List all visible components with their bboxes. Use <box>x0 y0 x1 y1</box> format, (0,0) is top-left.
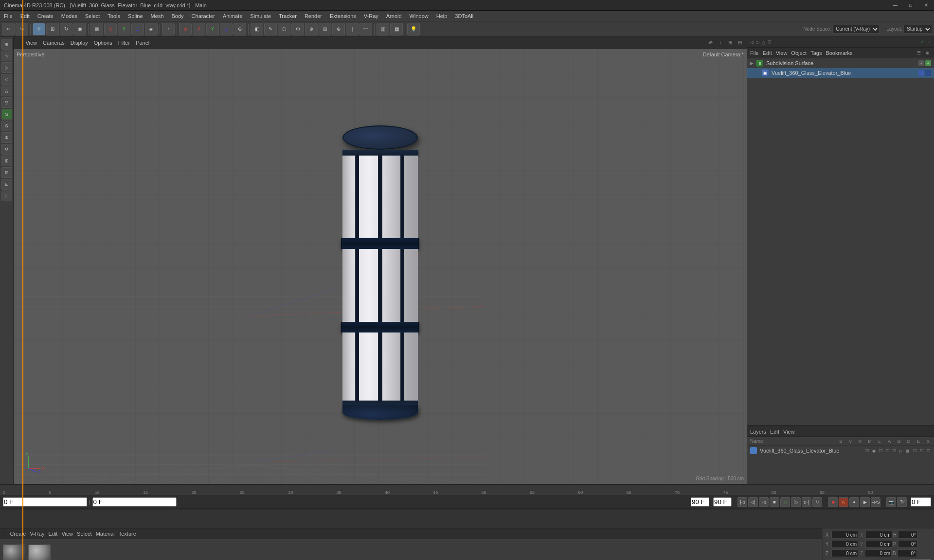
mat-menu-create[interactable]: Create <box>10 531 26 537</box>
vp-menu-options[interactable]: Options <box>94 40 112 46</box>
goto-start-button[interactable]: |◁ <box>737 497 747 507</box>
left-tool-8[interactable]: S <box>1 121 12 131</box>
record-button[interactable]: ⏺ <box>828 497 838 507</box>
layer-icon-5[interactable]: ☐ <box>891 448 897 454</box>
menu-animate[interactable]: Animate <box>219 11 246 21</box>
menu-vray[interactable]: V-Ray <box>360 11 382 21</box>
coord-h-input[interactable] <box>898 531 917 539</box>
menu-edit[interactable]: Edit <box>17 11 34 21</box>
vp-menu-filter[interactable]: Filter <box>118 40 130 46</box>
coord-p-input[interactable] <box>898 540 917 548</box>
stop-button[interactable]: ■ <box>770 497 779 507</box>
layer-item-elevator[interactable]: Vuelift_360_Glass_Elevator_Blue ☐ ◉ ☐ ☐ … <box>747 446 934 455</box>
mat-menu-texture[interactable]: Texture <box>119 531 136 537</box>
menu-window[interactable]: Window <box>406 11 432 21</box>
redo-button[interactable]: ↪ <box>16 23 28 35</box>
layer-icon-2[interactable]: ◉ <box>871 448 877 454</box>
vp-menu-cameras[interactable]: Cameras <box>43 40 65 46</box>
obj-action-check4[interactable]: · <box>925 70 931 76</box>
play-button[interactable]: ▷ <box>780 497 790 507</box>
menu-simulate[interactable]: Simulate <box>246 11 275 21</box>
left-tool-5[interactable]: △ <box>1 86 12 96</box>
om-menu-view[interactable]: View <box>776 50 788 56</box>
frame-indicator[interactable] <box>22 485 23 495</box>
render-mode-button[interactable]: 🎬 <box>897 497 907 507</box>
obj-tool-8[interactable]: | <box>346 23 359 35</box>
obj-tool-9[interactable]: 〰 <box>359 23 372 35</box>
obj-tool-7[interactable]: ⊕ <box>332 23 345 35</box>
vp-icon-1[interactable]: ⊕ <box>707 39 715 47</box>
obj-action-check3[interactable]: · <box>918 70 924 76</box>
left-tool-2[interactable]: ☆ <box>1 51 12 61</box>
display-tool-2[interactable]: ▦ <box>390 23 403 35</box>
add-button[interactable]: + <box>162 23 175 35</box>
om-menu-object[interactable]: Object <box>791 50 807 56</box>
om-menu-file[interactable]: File <box>750 50 759 56</box>
obj-tool-3[interactable]: ⬡ <box>278 23 290 35</box>
menu-create[interactable]: Create <box>34 11 57 21</box>
coord-y-right-input[interactable] <box>865 540 892 548</box>
layer-icon-10[interactable]: ☐ <box>925 448 931 454</box>
obj-action-check1[interactable]: ✓ <box>918 60 924 66</box>
menu-body[interactable]: Body <box>168 11 188 21</box>
obj-tool-2[interactable]: ✎ <box>264 23 277 35</box>
vp-icon-2[interactable]: ↓ <box>717 39 724 47</box>
layer-icon-6[interactable]: ▷ <box>898 448 904 454</box>
cancel-button[interactable]: ⊗ <box>179 23 192 35</box>
material-elevator[interactable]: Elevator... <box>28 544 51 560</box>
vp-menu-display[interactable]: Display <box>71 40 88 46</box>
layer-icon-8[interactable]: ☐ <box>912 448 917 454</box>
menu-3dtoall[interactable]: 3DToAll <box>451 11 477 21</box>
start-frame-input[interactable] <box>92 497 177 507</box>
menu-render[interactable]: Render <box>301 11 326 21</box>
left-tool-7[interactable]: S <box>1 109 12 120</box>
layer-icon-1[interactable]: ☐ <box>864 448 870 454</box>
vp-menu-panel[interactable]: Panel <box>136 40 149 46</box>
obj-item-elevator[interactable]: ▣ Vuelift_360_Glass_Elevator_Blue · · <box>747 68 934 78</box>
coord-x-right-input[interactable] <box>865 531 892 539</box>
left-tool-14[interactable]: L <box>1 191 12 201</box>
om-menu-edit[interactable]: Edit <box>763 50 772 56</box>
om-menu-bookmarks[interactable]: Bookmarks <box>826 50 852 56</box>
layers-menu-edit[interactable]: Edit <box>770 429 779 435</box>
menu-spline[interactable]: Spline <box>124 11 147 21</box>
rotate-tool-button[interactable]: ↻ <box>60 23 72 35</box>
vp-menu-toggle[interactable]: ≡ <box>17 40 19 46</box>
left-tool-6[interactable]: ▽ <box>1 97 12 108</box>
motion-record-button[interactable]: ● <box>849 497 859 507</box>
maximize-button[interactable]: □ <box>903 0 918 11</box>
layout-select[interactable]: Startup <box>903 25 932 34</box>
menu-select[interactable]: Select <box>81 11 104 21</box>
end-frame-display-1[interactable] <box>691 497 709 507</box>
left-tool-3[interactable]: ▷ <box>1 62 12 73</box>
coord-y-input[interactable] <box>831 540 858 548</box>
left-tool-10[interactable]: ↺ <box>1 144 12 155</box>
minimize-button[interactable]: — <box>887 0 903 11</box>
coord-y-button[interactable]: Y <box>206 23 219 35</box>
menu-arnold[interactable]: Arnold <box>382 11 406 21</box>
menu-modes[interactable]: Modes <box>57 11 81 21</box>
layers-menu-layers[interactable]: Layers <box>750 429 766 435</box>
next-frame-button[interactable]: |▷ <box>791 497 801 507</box>
move-tool-button[interactable]: ✛ <box>33 23 45 35</box>
left-tool-1[interactable]: ⊕ <box>1 39 12 50</box>
mat-menu-select[interactable]: Select <box>77 531 92 537</box>
layer-icon-9[interactable]: ☐ <box>918 448 924 454</box>
goto-end-button[interactable]: ▷| <box>802 497 811 507</box>
obj-tool-1[interactable]: ◧ <box>251 23 263 35</box>
obj-tool-4[interactable]: ⚙ <box>291 23 304 35</box>
select-z-button[interactable]: Z <box>131 23 144 35</box>
light-button[interactable]: 💡 <box>407 23 420 35</box>
coord-z-right-input[interactable] <box>865 549 892 557</box>
menu-help[interactable]: Help <box>432 11 451 21</box>
menu-tools[interactable]: Tools <box>104 11 124 21</box>
coord-z-input[interactable] <box>831 549 858 557</box>
obj-tool-5[interactable]: ⊛ <box>305 23 318 35</box>
menu-mesh[interactable]: Mesh <box>147 11 168 21</box>
undo-button[interactable]: ↩ <box>2 23 15 35</box>
node-space-select[interactable]: Current (V-Ray) <box>832 25 880 34</box>
left-tool-11[interactable]: ⊞ <box>1 156 12 166</box>
vp-icon-3[interactable]: ⊞ <box>726 39 734 47</box>
menu-extensions[interactable]: Extensions <box>326 11 360 21</box>
left-tool-4[interactable]: ◁ <box>1 74 12 85</box>
